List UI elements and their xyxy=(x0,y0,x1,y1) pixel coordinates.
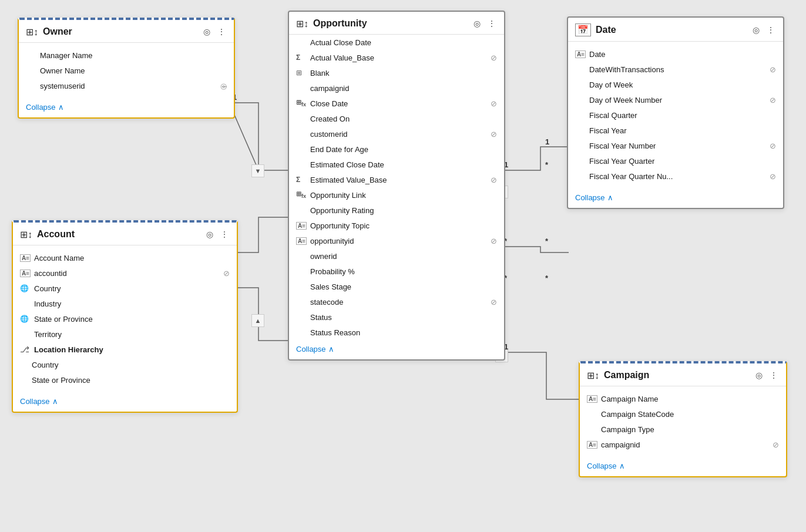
list-item: A≡ Account Name xyxy=(13,250,237,265)
owner-collapse-label: Collapse xyxy=(26,103,56,112)
date-table-icon: 📅 xyxy=(575,23,591,36)
list-item: Day of Week xyxy=(568,77,783,92)
field-campaign-state-code: Campaign StateCode xyxy=(601,410,779,419)
list-item: A≡ campaignid ⊘ xyxy=(580,437,786,452)
account-visibility-icon[interactable]: ◎ xyxy=(205,228,214,240)
list-item: Fiscal Year xyxy=(568,123,783,138)
field-sales-stage: Sales Stage xyxy=(310,282,497,291)
list-item: A≡ opportunityid ⊘ xyxy=(289,233,504,248)
field-actual-value-base: Actual Value_Base xyxy=(310,53,487,62)
account-collapse-btn[interactable]: Collapse ∧ xyxy=(13,392,237,412)
campaign-collapse-arrow: ∧ xyxy=(619,462,625,470)
account-card-title: Account xyxy=(37,229,200,240)
campaign-card-header: ⊞↕ Campaign ◎ ⋮ xyxy=(580,363,786,386)
table-fx-icon: ⊞fx xyxy=(296,99,307,107)
campaign-card-title: Campaign xyxy=(604,370,750,381)
ab-icon-campaign: A≡ xyxy=(587,395,597,403)
accountid-hidden-icon: ⊘ xyxy=(223,269,230,278)
field-campaign-name: Campaign Name xyxy=(601,395,779,403)
date-card-header: 📅 Date ◎ ⋮ xyxy=(568,18,783,42)
nav-arrow-owner-opp[interactable]: ▼ xyxy=(251,164,264,177)
field-blank: Blank xyxy=(310,69,497,78)
campaign-more-icon[interactable]: ⋮ xyxy=(768,369,779,381)
owner-card-actions: ◎ ⋮ xyxy=(202,26,227,38)
table-icon: ⊞ xyxy=(296,69,307,77)
date-card: 📅 Date ◎ ⋮ A≡ Date DateWithTransactions … xyxy=(567,16,784,209)
field-territory: Territory xyxy=(34,330,230,339)
field-day-of-week: Day of Week xyxy=(589,80,776,89)
field-date: Date xyxy=(589,50,776,59)
owner-more-icon[interactable]: ⋮ xyxy=(216,26,227,38)
actual-value-hidden-icon: ⊘ xyxy=(491,53,497,62)
field-owner-name: Owner Name xyxy=(40,66,227,75)
field-industry: Industry xyxy=(34,299,230,308)
list-item: Probability % xyxy=(289,264,504,279)
ab-icon-opp: A≡ xyxy=(296,222,307,230)
list-item: A≡ accountid ⊘ xyxy=(13,265,237,281)
campaign-table-icon: ⊞↕ xyxy=(587,370,599,381)
list-item: Σ Estimated Value_Base ⊘ xyxy=(289,172,504,187)
field-fiscal-year-quarter-nu: Fiscal Year Quarter Nu... xyxy=(589,172,766,181)
list-item: Opportunity Rating xyxy=(289,203,504,218)
owner-card: ⊞↕ Owner ◎ ⋮ Manager Name Owner Name sys… xyxy=(18,18,235,119)
opportunity-collapse-arrow: ∧ xyxy=(328,345,334,353)
date-visibility-icon[interactable]: ◎ xyxy=(751,24,761,36)
field-opportunityid: opportunityid xyxy=(310,237,487,245)
tree-icon: ⎇ xyxy=(20,345,31,354)
field-state-province: State or Province xyxy=(34,315,230,324)
owner-collapse-btn[interactable]: Collapse ∧ xyxy=(19,98,234,117)
list-item: customerid ⊘ xyxy=(289,126,504,142)
field-estimated-value-base: Estimated Value_Base xyxy=(310,176,487,184)
list-item: Owner Name xyxy=(19,63,234,78)
svg-text:1: 1 xyxy=(545,137,549,146)
field-account-name: Account Name xyxy=(34,254,230,262)
sigma-icon2: Σ xyxy=(296,176,307,184)
date-card-body: A≡ Date DateWithTransactions ⊘ Day of We… xyxy=(568,42,783,188)
field-opportunity-link: Opportunity Link xyxy=(310,191,497,200)
list-item: 🌐 Country xyxy=(13,281,237,296)
opp-table-icon: ⊞↕ xyxy=(296,18,308,29)
list-item: End Date for Age xyxy=(289,142,504,157)
date-collapse-btn[interactable]: Collapse ∧ xyxy=(568,188,783,208)
list-item: campaignid xyxy=(289,80,504,96)
owner-card-header: ⊞↕ Owner ◎ ⋮ xyxy=(19,20,234,43)
globe-icon2: 🌐 xyxy=(20,315,31,323)
opportunity-collapse-btn[interactable]: Collapse ∧ xyxy=(289,340,504,359)
campaign-visibility-icon[interactable]: ◎ xyxy=(754,369,764,381)
opp-more-icon[interactable]: ⋮ xyxy=(486,18,497,29)
account-card-actions: ◎ ⋮ xyxy=(205,228,230,240)
opportunity-card: ⊞↕ Opportunity ◎ ⋮ Actual Close Date Σ A… xyxy=(288,11,505,361)
campaign-collapse-btn[interactable]: Collapse ∧ xyxy=(580,457,786,476)
field-fiscal-year-quarter: Fiscal Year Quarter xyxy=(589,157,776,166)
field-country: Country xyxy=(34,284,230,293)
list-item: 🌐 State or Province xyxy=(13,311,237,326)
customerid-hidden-icon: ⊘ xyxy=(491,130,497,139)
owner-card-title: Owner xyxy=(43,26,197,37)
svg-text:*: * xyxy=(545,274,549,282)
field-opportunity-rating: Opportunity Rating xyxy=(310,206,497,215)
field-status-reason: Status Reason xyxy=(310,328,497,337)
campaign-card: ⊞↕ Campaign ◎ ⋮ A≡ Campaign Name Campaig… xyxy=(579,361,787,477)
opportunity-card-header: ⊞↕ Opportunity ◎ ⋮ xyxy=(289,12,504,35)
nav-arrow-account-opp[interactable]: ▲ xyxy=(251,314,264,327)
field-date-with-transactions: DateWithTransactions xyxy=(589,65,766,74)
fy-number-hidden-icon: ⊘ xyxy=(770,142,776,150)
date-collapse-arrow: ∧ xyxy=(607,193,613,202)
list-item: A≡ Date xyxy=(568,46,783,62)
field-campaign-type: Campaign Type xyxy=(601,425,779,434)
date-more-icon[interactable]: ⋮ xyxy=(765,24,776,36)
field-opportunity-topic: Opportunity Topic xyxy=(310,221,497,230)
field-fiscal-year: Fiscal Year xyxy=(589,126,776,135)
field-sub-country: Country xyxy=(32,361,230,369)
opp-visibility-icon[interactable]: ◎ xyxy=(472,18,482,29)
account-more-icon[interactable]: ⋮ xyxy=(219,228,230,240)
owner-visibility-icon[interactable]: ◎ xyxy=(202,26,211,38)
list-item: Territory xyxy=(13,326,237,342)
list-item: Fiscal Quarter xyxy=(568,107,783,123)
field-sub-state: State or Province xyxy=(32,376,230,385)
field-fiscal-year-number: Fiscal Year Number xyxy=(589,142,766,150)
field-status: Status xyxy=(310,313,497,322)
opportunity-card-body[interactable]: Actual Close Date Σ Actual Value_Base ⊘ … xyxy=(289,35,504,340)
systemuserid-hidden-icon: ◎̶ xyxy=(220,82,227,90)
list-item: Day of Week Number ⊘ xyxy=(568,92,783,107)
